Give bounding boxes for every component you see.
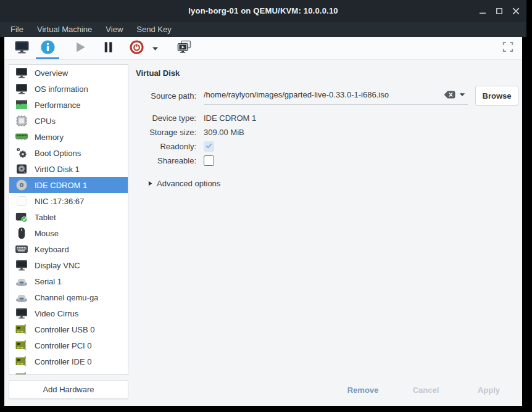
sidebar-item-performance[interactable]: Performance [9,97,128,113]
nic-icon [15,195,28,208]
memory-icon [15,131,28,144]
monitor-icon [15,307,28,320]
play-icon [72,39,88,57]
sidebar-item-virtio-disk-1[interactable]: VirtIO Disk 1 [9,161,128,177]
caret-down-icon [152,43,159,54]
monitor-icon [15,83,28,96]
browse-button[interactable]: Browse [475,86,518,105]
minimize-icon[interactable] [478,7,487,15]
vm-windows-icon [177,39,192,57]
sidebar-item-display-vnc[interactable]: Display VNC [9,257,128,273]
sidebar-item-channel-qemu-ga[interactable]: Channel qemu-ga [9,289,128,305]
info-icon [40,39,56,57]
cpu-icon [15,115,28,128]
monitor-icon [15,259,28,272]
sidebar-item-os-information[interactable]: OS information [9,81,128,97]
menu-file[interactable]: File [4,23,30,36]
remove-button[interactable]: Remove [335,382,391,398]
vm-details-button[interactable] [36,37,59,59]
sidebar-item-tablet[interactable]: Tablet [9,209,128,225]
fullscreen-icon [502,41,513,55]
cancel-button: Cancel [397,382,454,398]
hardware-list: Overview OS information Performance CPUs… [9,64,128,375]
advanced-options-label: Advanced options [157,179,220,188]
storage-size-label: Storage size: [133,128,196,137]
apply-button: Apply [460,382,517,398]
sidebar-item-controller-pci-0[interactable]: Controller PCI 0 [9,337,128,353]
chevron-down-icon[interactable] [457,93,468,97]
virtual-disk-panel: Virtual Disk Source path: Browse [133,60,522,405]
close-icon[interactable] [512,7,520,15]
device-type-value: IDE CDROM 1 [204,113,256,123]
source-path-entry [204,86,468,105]
advanced-options-expander[interactable]: Advanced options [148,178,522,189]
mouse-icon [15,227,28,240]
sidebar-item-controller-ide-0[interactable]: Controller IDE 0 [9,353,128,369]
toolbar [4,37,522,60]
sidebar-item-cpus[interactable]: CPUs [9,113,128,129]
maximize-icon[interactable] [495,7,504,15]
vm-details-window: lyon-borg-01 on QEMU/KVM: 10.0.0.10 File… [0,0,526,412]
sidebar-item-keyboard[interactable]: Keyboard [9,241,128,257]
hardware-sidebar: Overview OS information Performance CPUs… [4,60,133,405]
sidebar-item-mouse[interactable]: Mouse [9,225,128,241]
sidebar-item-boot-options[interactable]: Boot Options [9,145,128,161]
source-path-label: Source path: [133,91,196,101]
menubar: File Virtual Machine View Send Key [0,22,526,37]
performance-icon [15,99,28,112]
menu-view[interactable]: View [99,23,130,36]
pci-card-icon [15,355,28,368]
clear-icon[interactable] [442,89,457,100]
tablet-icon [15,211,28,224]
pci-card-icon [15,339,28,352]
shutdown-button[interactable] [125,37,148,59]
menu-send-key[interactable]: Send Key [130,23,178,36]
browse-label: Browse [483,91,512,101]
sidebar-item-ide-cdrom-1[interactable]: IDE CDROM 1 [9,177,128,193]
sidebar-item-memory[interactable]: Memory [9,129,128,145]
window-title: lyon-borg-01 on QEMU/KVM: 10.0.0.10 [0,6,526,15]
shareable-label: Shareable: [133,156,196,165]
expander-arrow-icon [148,178,152,189]
screenshot-root: lyon-borg-01 on QEMU/KVM: 10.0.0.10 File… [0,0,532,412]
serial-icon [15,275,28,288]
vm-display-button[interactable] [172,37,196,59]
pci-card-icon [15,323,28,336]
boot-gear-icon [15,147,28,160]
action-buttons: Remove Cancel Apply [335,382,517,398]
window-body: Overview OS information Performance CPUs… [4,37,522,406]
pause-icon [101,39,116,57]
add-hardware-label: Add Hardware [43,385,94,394]
keyboard-icon [15,243,28,256]
serial-icon [15,291,28,304]
check-icon [205,142,213,152]
page-title: Virtual Disk [136,68,522,78]
console-button[interactable] [10,37,33,59]
menu-virtual-machine[interactable]: Virtual Machine [30,23,99,36]
source-path-input[interactable] [204,90,442,99]
titlebar[interactable]: lyon-borg-01 on QEMU/KVM: 10.0.0.10 [0,0,526,22]
shareable-checkbox[interactable] [204,155,214,166]
sidebar-item-video-cirrus[interactable]: Video Cirrus [9,305,128,321]
shutdown-menu-button[interactable] [148,37,162,59]
sidebar-item-overview[interactable]: Overview [9,65,128,81]
device-type-label: Device type: [133,113,196,123]
add-hardware-button[interactable]: Add Hardware [9,380,128,399]
cdrom-icon [15,179,28,192]
pci-card-icon [15,371,28,376]
sidebar-item-controller-usb-0[interactable]: Controller USB 0 [9,321,128,337]
readonly-checkbox [204,141,214,152]
shutdown-icon [129,39,144,57]
sidebar-item-partial-item[interactable] [9,369,128,375]
pause-button[interactable] [96,37,120,59]
readonly-label: Readonly: [133,142,196,151]
console-icon [14,39,30,57]
sidebar-item-nic-17-36-67[interactable]: NIC :17:36:67 [9,193,128,209]
sidebar-item-serial-1[interactable]: Serial 1 [9,273,128,289]
monitor-icon [15,67,28,80]
storage-size-value: 309.00 MiB [204,128,244,137]
run-button [68,37,91,59]
disk-icon [15,163,28,176]
fullscreen-button[interactable] [497,37,518,59]
